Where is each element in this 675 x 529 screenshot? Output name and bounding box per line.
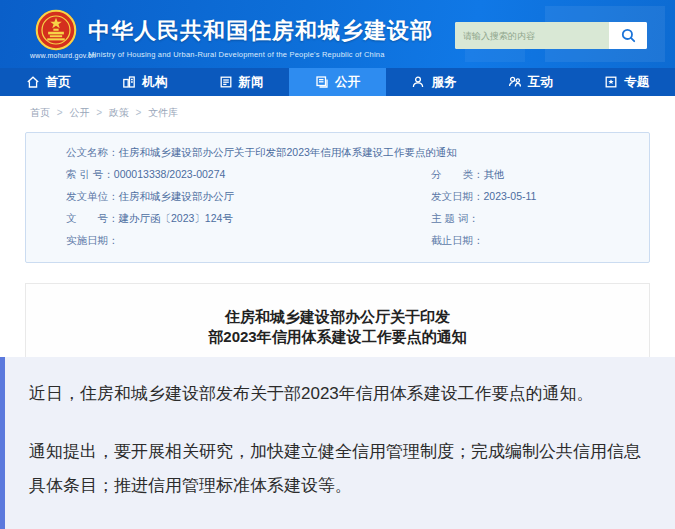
breadcrumb-home[interactable]: 首页 (30, 107, 50, 118)
doc-info-grid: 索 引 号：000013338/2023-00274 分 类：其他 发文单位：住… (66, 168, 631, 248)
info-row-effective-date: 实施日期： (66, 234, 421, 248)
doc-name-row: 公文名称：住房和城乡建设部办公厅关于印发部2023年信用体系建设工作要点的通知 (66, 145, 631, 160)
site-url: www.mohurd.gov.cn (30, 52, 82, 59)
site-subtitle: Ministry of Housing and Urban-Rural Deve… (88, 50, 433, 59)
nav-item-interaction[interactable]: 互动 (482, 68, 578, 96)
nav-item-label: 互动 (528, 74, 553, 91)
info-row-deadline: 截止日期： (431, 234, 631, 248)
nav-item-service[interactable]: 服务 (386, 68, 482, 96)
nav-item-label: 公开 (335, 74, 360, 91)
nav-item-organization[interactable]: 机构 (96, 68, 192, 96)
document-info-panel: 公文名称：住房和城乡建设部办公厅关于印发部2023年信用体系建设工作要点的通知 … (25, 132, 650, 263)
doc-name-label: 公文名称 (66, 146, 108, 158)
breadcrumb-disclosure[interactable]: 公开 (69, 107, 89, 118)
nav-item-label: 专题 (624, 74, 649, 91)
interaction-icon (508, 75, 522, 89)
search-button[interactable] (609, 22, 647, 49)
breadcrumb-separator: > (57, 107, 63, 118)
breadcrumb-library[interactable]: 文件库 (148, 107, 178, 118)
notice-title-line2: 部2023年信用体系建设工作要点的通知 (208, 327, 466, 347)
nav-item-news[interactable]: 新闻 (193, 68, 289, 96)
summary-block: 近日，住房和城乡建设部发布关于部2023年信用体系建设工作要点的通知。 通知提出… (0, 357, 675, 529)
nav-item-label: 首页 (46, 74, 71, 91)
info-row-subject: 主 题 词： (431, 212, 631, 226)
home-icon (26, 75, 40, 89)
info-row-issue-date: 发文日期：2023-05-11 (431, 190, 631, 204)
search-icon (621, 28, 636, 43)
breadcrumb: 首页 > 公开 > 政策 > 文件库 (0, 96, 675, 124)
organization-icon (122, 75, 136, 89)
site-title: 中华人民共和国住房和城乡建设部 (88, 16, 433, 46)
nav-item-disclosure[interactable]: 公开 (289, 68, 385, 96)
site-title-group: 中华人民共和国住房和城乡建设部 Ministry of Housing and … (88, 16, 433, 59)
info-row-doc-number: 文 号：建办厅函〔2023〕124号 (66, 212, 421, 226)
notice-title-line1: 住房和城乡建设部办公厅关于印发 (225, 307, 450, 327)
summary-paragraph-1: 近日，住房和城乡建设部发布关于部2023年信用体系建设工作要点的通知。 (29, 377, 653, 411)
summary-paragraph-2: 通知提出，要开展相关研究，加快建立健全信用管理制度；完成编制公共信用信息具体条目… (29, 435, 653, 503)
breadcrumb-separator: > (96, 107, 102, 118)
site-header: www.mohurd.gov.cn 中华人民共和国住房和城乡建设部 Minist… (0, 0, 675, 68)
breadcrumb-policy[interactable]: 政策 (109, 107, 129, 118)
info-row-category: 分 类：其他 (431, 168, 631, 182)
news-icon (219, 75, 233, 89)
main-nav: 首页 机构 新闻 公开 服务 (0, 68, 675, 96)
info-row-index: 索 引 号：000013338/2023-00274 (66, 168, 421, 182)
search-box (455, 22, 647, 49)
breadcrumb-separator: > (136, 107, 142, 118)
nav-item-label: 服务 (431, 74, 456, 91)
nav-item-topic[interactable]: 专题 (579, 68, 675, 96)
site-logo[interactable]: www.mohurd.gov.cn (30, 9, 82, 59)
info-row-issuer: 发文单位：住房和城乡建设部办公厅 (66, 190, 421, 204)
nav-item-label: 机构 (142, 74, 167, 91)
nav-item-home[interactable]: 首页 (0, 68, 96, 96)
nav-item-label: 新闻 (239, 74, 264, 91)
topic-icon (604, 75, 618, 89)
doc-name-value: 住房和城乡建设部办公厅关于印发部2023年信用体系建设工作要点的通知 (119, 146, 457, 158)
national-emblem-icon (35, 9, 77, 51)
disclosure-icon (315, 75, 329, 89)
search-input[interactable] (455, 22, 609, 49)
service-icon (411, 75, 425, 89)
